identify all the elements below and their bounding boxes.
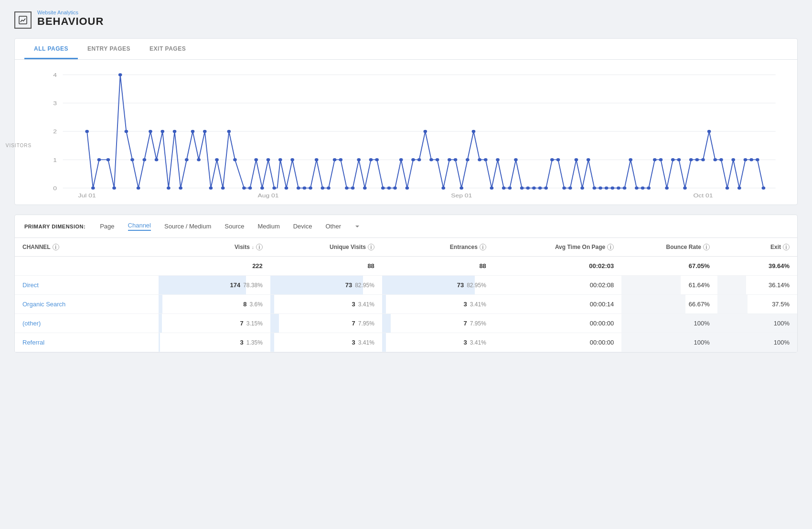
svg-point-59 [351, 186, 355, 189]
svg-point-49 [290, 158, 294, 161]
svg-point-39 [227, 130, 231, 133]
channel-link[interactable]: (other) [22, 320, 41, 327]
unique-visits-info-icon[interactable]: i [368, 244, 374, 250]
cell-bounce-rate: 100% [621, 333, 717, 352]
svg-point-45 [267, 158, 270, 161]
exit-info-icon[interactable]: i [783, 244, 790, 250]
dim-source[interactable]: Source [224, 223, 244, 230]
svg-point-98 [587, 158, 590, 161]
dim-page[interactable]: Page [100, 223, 114, 230]
svg-point-19 [107, 158, 110, 161]
svg-point-58 [345, 186, 349, 189]
tab-all-pages[interactable]: ALL PAGES [24, 39, 78, 59]
svg-point-46 [272, 186, 276, 189]
dim-other[interactable]: Other [325, 223, 341, 230]
svg-text:Jul 01: Jul 01 [78, 192, 96, 198]
line-chart: 4 3 2 1 0 Jul 01 Aug 01 Sep 01 Oct 01 DA… [39, 65, 788, 198]
totals-channel [15, 257, 159, 276]
svg-point-73 [436, 158, 439, 161]
bounce-rate-col-label: Bounce Rate [666, 244, 701, 250]
table-row: Direct 174 78.38% 73 82.95% 73 82.95% 00… [15, 276, 797, 295]
svg-point-124 [744, 158, 748, 161]
visits-sort-icon[interactable]: ↓ [252, 245, 254, 250]
bounce-rate-info-icon[interactable]: i [703, 244, 710, 250]
svg-point-33 [191, 130, 195, 133]
totals-unique: 88 [270, 257, 382, 276]
svg-point-48 [285, 186, 288, 189]
table-row: Referral 3 1.35% 3 3.41% 3 3.41% 00:00:0… [15, 333, 797, 352]
dim-more-button[interactable] [354, 224, 360, 229]
svg-text:Aug 01: Aug 01 [257, 192, 278, 198]
exit-col-label: Exit [770, 244, 781, 250]
cell-channel: Organic Search [15, 295, 159, 314]
totals-bounce-rate: 67.05% [621, 257, 717, 276]
svg-point-89 [532, 186, 536, 189]
cell-entrances: 3 3.41% [382, 333, 494, 352]
svg-point-117 [701, 158, 705, 161]
svg-point-84 [502, 186, 506, 189]
svg-point-47 [278, 158, 282, 161]
cell-avg-time: 00:00:00 [494, 314, 621, 333]
svg-point-51 [303, 186, 307, 189]
svg-point-23 [130, 158, 134, 161]
svg-point-70 [417, 158, 421, 161]
svg-point-120 [719, 158, 723, 161]
dimension-label: PRIMARY DIMENSION: [24, 224, 85, 229]
svg-point-104 [623, 186, 627, 189]
avg-time-col-label: Avg Time On Page [555, 244, 605, 250]
analytics-table: CHANNEL i Visits ↓ i [15, 238, 797, 352]
svg-point-80 [478, 158, 481, 161]
tab-exit-pages[interactable]: EXIT PAGES [140, 39, 195, 59]
svg-point-122 [731, 158, 735, 161]
svg-point-40 [233, 158, 237, 161]
cell-visits: 8 3.6% [159, 295, 270, 314]
svg-text:Oct 01: Oct 01 [693, 192, 713, 198]
svg-point-22 [125, 130, 128, 133]
svg-point-103 [617, 186, 620, 189]
table-header-row: CHANNEL i Visits ↓ i [15, 238, 797, 257]
table-row: (other) 7 3.15% 7 7.95% 7 7.95% 00:00:00… [15, 314, 797, 333]
entrances-info-icon[interactable]: i [480, 244, 486, 250]
dim-channel[interactable]: Channel [128, 222, 151, 231]
svg-point-107 [641, 186, 645, 189]
dimension-selector: PRIMARY DIMENSION: Page Channel Source /… [15, 215, 797, 238]
svg-point-38 [221, 186, 225, 189]
cell-entrances: 73 82.95% [382, 276, 494, 295]
svg-point-37 [215, 158, 219, 161]
svg-text:1: 1 [53, 157, 57, 163]
channel-link[interactable]: Referral [22, 339, 44, 346]
tab-entry-pages[interactable]: ENTRY PAGES [78, 39, 140, 59]
svg-point-17 [91, 186, 95, 189]
svg-point-88 [526, 186, 530, 189]
dim-medium[interactable]: Medium [257, 223, 279, 230]
svg-point-110 [659, 158, 663, 161]
channel-link[interactable]: Direct [22, 281, 39, 289]
cell-visits: 7 3.15% [159, 314, 270, 333]
channel-info-icon[interactable]: i [53, 244, 59, 250]
svg-point-94 [562, 186, 566, 189]
entrances-col-label: Entrances [450, 244, 478, 250]
svg-text:0: 0 [53, 185, 57, 192]
avg-time-info-icon[interactable]: i [607, 244, 614, 250]
svg-point-83 [496, 158, 500, 161]
svg-point-18 [97, 158, 101, 161]
svg-point-63 [375, 158, 379, 161]
dim-device[interactable]: Device [293, 223, 312, 230]
svg-point-105 [629, 158, 632, 161]
svg-point-68 [406, 186, 409, 189]
svg-point-87 [520, 186, 524, 189]
svg-point-50 [297, 186, 300, 189]
svg-point-101 [605, 186, 609, 189]
visits-info-icon[interactable]: i [256, 244, 263, 250]
cell-avg-time: 00:00:14 [494, 295, 621, 314]
svg-point-126 [756, 158, 759, 161]
channel-link[interactable]: Organic Search [22, 301, 65, 308]
chart-area: VISITORS 4 3 2 1 0 Jul 01 Aug 01 Sep 01 … [15, 60, 797, 205]
cell-unique-visits: 7 7.95% [270, 314, 382, 333]
dim-source-medium[interactable]: Source / Medium [164, 223, 211, 230]
page-subtitle: Website Analytics [37, 10, 104, 15]
analytics-icon [14, 11, 32, 29]
svg-point-54 [321, 186, 325, 189]
svg-point-127 [762, 186, 766, 189]
y-axis-label: VISITORS [6, 142, 32, 148]
